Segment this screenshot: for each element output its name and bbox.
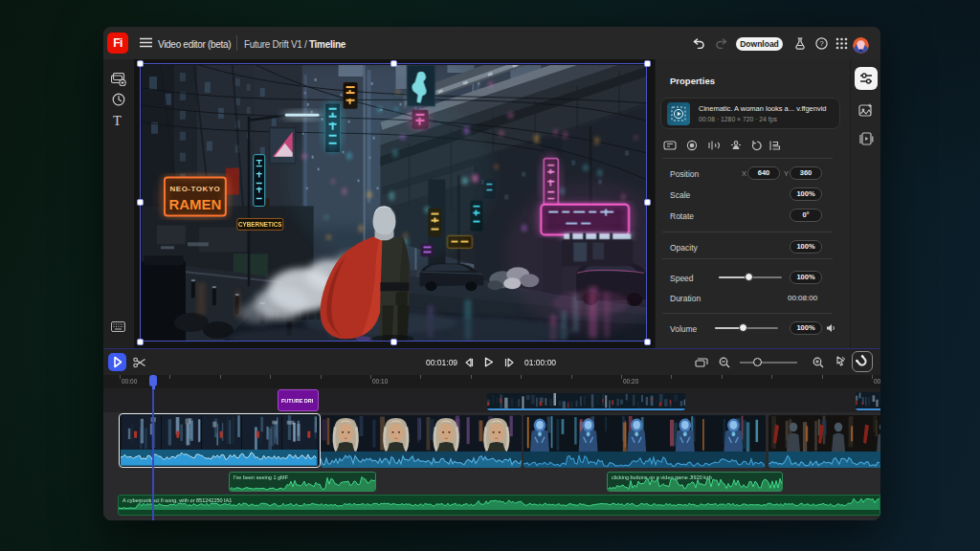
svg-text:?: ? (819, 39, 823, 48)
